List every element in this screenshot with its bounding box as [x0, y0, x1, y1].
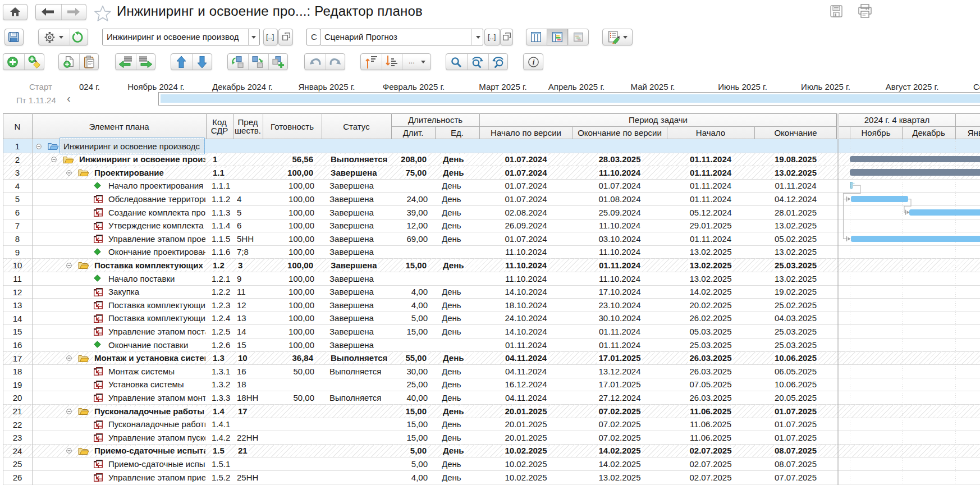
svg-text:i: i — [533, 58, 535, 66]
